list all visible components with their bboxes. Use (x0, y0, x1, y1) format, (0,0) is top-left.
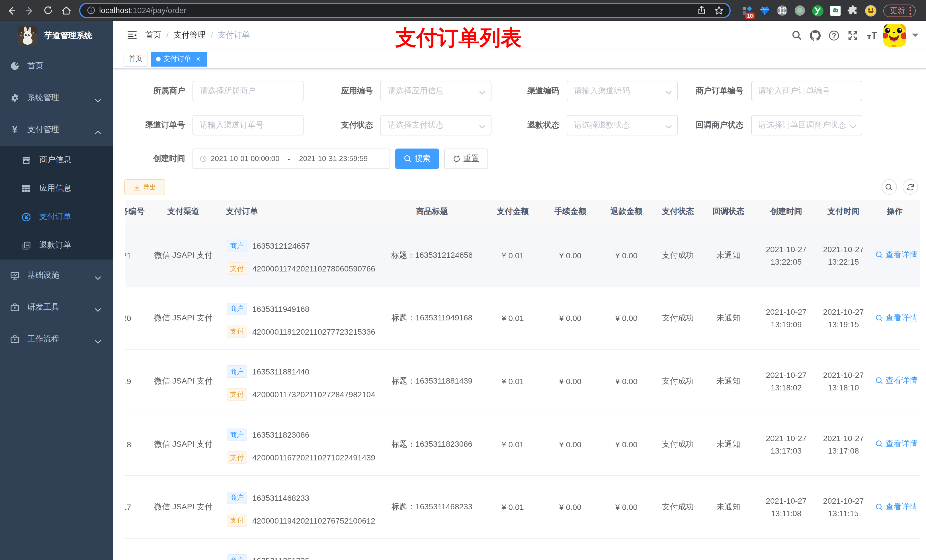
avatar[interactable] (883, 24, 906, 47)
cell-channel: 微信 JSAPI 支付 (146, 476, 220, 539)
order-cell-lines: 商户1635311468233 支付4200001194202110276752… (226, 491, 375, 527)
bookmark-star-icon[interactable] (713, 3, 725, 18)
logo-row[interactable]: 芋道管理系统 (0, 21, 113, 50)
search-button-label: 搜索 (415, 153, 431, 164)
filter-select-notify_status[interactable]: 请选择订单回调商户状态 (751, 115, 862, 136)
cell-notify: 未通知 (702, 413, 755, 476)
time-line: 13:18:10 (823, 381, 864, 394)
dashboard-icon (10, 62, 20, 71)
date-line: 2021-10-27 (761, 495, 811, 507)
search-icon[interactable] (787, 21, 806, 50)
refresh-button[interactable] (903, 179, 918, 195)
sidebar-item-home[interactable]: 首页 (0, 50, 113, 82)
view-detail-link[interactable]: 查看详情 (875, 313, 917, 323)
table-row: 19 微信 JSAPI 支付 商户1635311881440 支付4200001… (125, 350, 920, 413)
date-line: 2021-10-27 (761, 306, 811, 318)
filter-item-notify_status: 回调商户状态请选择订单回调商户状态 (658, 115, 862, 136)
export-button[interactable]: 导出 (124, 179, 165, 195)
sidebar-item-pay-order[interactable]: 支付订单 (0, 202, 113, 231)
filter-label-app: 应用编号 (288, 86, 380, 96)
breadcrumb: 首页 / 支付管理 / 支付订单 (145, 21, 250, 50)
sidebar-item-label: 退款订单 (39, 240, 71, 251)
hamburger-icon[interactable] (122, 21, 142, 50)
sidebar-item-label: 支付订单 (39, 212, 71, 222)
pay-submenu: 商户信息 应用信息 支付订单 (0, 146, 113, 260)
cell-pay-time: 2021-10-27 13:19:15 (817, 287, 870, 350)
view-detail-link[interactable]: 查看详情 (875, 502, 917, 512)
sidebar-item-workflow[interactable]: 工作流程 (0, 323, 113, 355)
info-icon[interactable] (87, 6, 95, 14)
reload-icon[interactable] (41, 0, 54, 21)
breadcrumb-home[interactable]: 首页 (145, 30, 161, 41)
cell-amount: ¥ 0.01 (484, 476, 542, 539)
sidebar-item-pay[interactable]: ¥ 支付管理 (0, 114, 113, 146)
fullscreen-icon[interactable] (843, 21, 862, 50)
cell-title: 标题：1635312124656 (380, 224, 484, 287)
sidebar-item-label: 基础设施 (27, 270, 59, 281)
filter-input-merchant[interactable]: 请选择所属商户 (192, 80, 304, 101)
extension-y-icon[interactable] (809, 3, 826, 18)
address-bar[interactable]: localhost:1024/pay/order (79, 3, 731, 18)
toggle-search-button[interactable] (881, 179, 897, 195)
share-icon[interactable] (695, 3, 708, 18)
cell-op: 查看详情 (870, 476, 920, 539)
placeholder-text: 请选择应用信息 (388, 86, 443, 96)
browser-menu-icon[interactable] (909, 6, 911, 15)
reset-button[interactable]: 重置 (444, 148, 488, 169)
channel-order-no: 4200001173202110272847982104 (252, 390, 375, 399)
filter-input-merchant_order[interactable]: 请输入商户订单编号 (751, 80, 862, 101)
cell-status (654, 539, 702, 560)
filter-date-range[interactable]: 2021-10-01 00:00:00-2021-10-31 23:59:59 (192, 148, 390, 169)
help-icon[interactable] (825, 21, 843, 50)
col-header-title: 商品标题 (380, 199, 484, 224)
breadcrumb-pay[interactable]: 支付管理 (174, 30, 206, 41)
extension-command-icon[interactable] (773, 3, 791, 18)
monitor-icon (10, 271, 20, 280)
home-icon[interactable] (59, 0, 73, 21)
merchant-order-no: 1635311949168 (252, 305, 309, 314)
cell-pay-time (817, 539, 870, 560)
tag-pay-order[interactable]: 支付订单 × (151, 51, 207, 66)
cell-order: 商户1635311351736 支付 (220, 539, 380, 560)
search-button[interactable]: 搜索 (395, 148, 439, 169)
user-menu[interactable] (883, 24, 926, 47)
view-detail-link[interactable]: 查看详情 (875, 376, 917, 386)
sidebar-item-infra[interactable]: 基础设施 (0, 260, 113, 291)
placeholder-text: 请选择所属商户 (200, 86, 256, 96)
time-line: 13:11:08 (761, 507, 811, 519)
forward-icon[interactable] (23, 0, 36, 21)
extension-grid-icon[interactable]: 10 (738, 3, 756, 18)
fontsize-icon[interactable] (862, 21, 881, 50)
sidebar-item-app-info[interactable]: 应用信息 (0, 174, 113, 202)
annotation-title: 支付订单列表 (395, 26, 522, 49)
sidebar-item-system[interactable]: 系统管理 (0, 82, 113, 114)
puzzle-icon[interactable] (844, 3, 862, 18)
filter-input-channel_order[interactable]: 请输入渠道订单号 (192, 115, 304, 136)
date-line: 2021-10-27 (823, 495, 864, 507)
cell-amount (484, 539, 542, 560)
page-content: 所属商户请选择所属商户应用编号请选择应用信息渠道编码请输入渠道编码商户订单编号请… (113, 69, 926, 531)
update-button[interactable]: 更新 (883, 4, 916, 17)
sidebar-item-devtool[interactable]: 研发工具 (0, 291, 113, 323)
order-line: 支付4200001173202110272847982104 (227, 388, 375, 401)
col-header-paytime: 支付时间 (817, 199, 870, 224)
sidebar-item-merchant-info[interactable]: 商户信息 (0, 146, 113, 174)
emoji-icon[interactable] (862, 3, 879, 18)
cell-create-time: 2021-10-27 13:18:02 (755, 350, 817, 413)
github-icon[interactable] (806, 21, 825, 50)
chevron-down-icon (95, 337, 101, 346)
merchant-tag: 商户 (227, 429, 247, 441)
view-detail-link[interactable]: 查看详情 (875, 439, 917, 449)
cell-refund: ¥ 0.00 (599, 413, 654, 476)
extension-dot-icon[interactable] (791, 3, 809, 18)
view-detail-link[interactable]: 查看详情 (875, 250, 917, 260)
sidebar-item-refund-order[interactable]: 退款订单 (0, 231, 113, 260)
url-text: localhost:1024/pay/order (99, 6, 695, 15)
extension-flag-icon[interactable] (826, 3, 844, 18)
cell-pay-time: 2021-10-27 13:17:08 (817, 413, 870, 476)
table-row: 18 微信 JSAPI 支付 商户1635311823086 支付4200001… (125, 413, 920, 476)
extension-gem-icon[interactable] (756, 3, 773, 18)
tag-close-icon[interactable]: × (194, 55, 202, 63)
tag-home[interactable]: 首页 (124, 51, 147, 66)
back-icon[interactable] (4, 0, 18, 21)
